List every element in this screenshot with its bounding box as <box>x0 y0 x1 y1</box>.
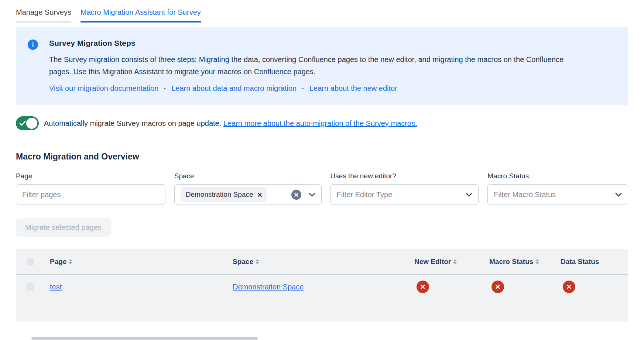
link-separator: · <box>164 84 166 93</box>
filter-editor-label: Uses the new editor? <box>330 172 479 180</box>
column-header-macro-status[interactable]: Macro Status <box>489 258 561 266</box>
tab-manage-surveys[interactable]: Manage Surveys <box>16 8 71 23</box>
survey-migration-info-panel: i Survey Migration Steps The Survey migr… <box>16 27 628 105</box>
column-header-space[interactable]: Space <box>233 258 414 266</box>
info-icon: i <box>28 40 38 50</box>
migrate-selected-pages-button[interactable]: Migrate selected pages <box>16 218 111 237</box>
info-panel-title: Survey Migration Steps <box>49 39 566 48</box>
sort-icon[interactable] <box>256 259 259 264</box>
link-migration-documentation[interactable]: Visit our migration documentation <box>49 84 158 93</box>
column-header-new-editor[interactable]: New Editor <box>414 258 489 266</box>
select-all-checkbox[interactable] <box>27 258 34 265</box>
new-editor-cell <box>414 281 489 293</box>
macro-status-cell <box>489 281 561 293</box>
page-link[interactable]: test <box>50 283 62 291</box>
error-status-icon <box>563 281 575 293</box>
filter-page: Page <box>16 172 165 205</box>
link-new-editor[interactable]: Learn about the new editor <box>309 84 397 93</box>
error-status-icon <box>417 281 429 293</box>
filter-space-label: Space <box>174 172 322 180</box>
chevron-down-icon[interactable] <box>309 193 315 197</box>
info-panel-body: Survey Migration Steps The Survey migrat… <box>49 39 566 93</box>
filter-editor-type: Uses the new editor? Filter Editor Type <box>330 172 479 205</box>
toggle-knob <box>26 118 37 129</box>
data-status-cell <box>561 281 628 293</box>
page-filter-field <box>16 184 165 205</box>
space-link[interactable]: Demonstration Space <box>233 283 304 291</box>
filter-macro-status-label: Macro Status <box>487 172 628 180</box>
filter-macro-status: Macro Status Filter Macro Status <box>487 172 628 205</box>
section-title: Macro Migration and Overview <box>16 152 628 162</box>
link-separator: · <box>302 84 304 93</box>
filter-page-label: Page <box>16 172 165 180</box>
macro-overview-table: Page Space New Editor <box>16 249 628 322</box>
macro-status-placeholder: Filter Macro Status <box>494 190 615 199</box>
link-data-macro-migration[interactable]: Learn about data and macro migration <box>171 84 297 93</box>
auto-migrate-label: Automatically migrate Survey macros on p… <box>44 119 221 127</box>
editor-type-select[interactable]: Filter Editor Type <box>330 184 479 205</box>
tab-bar: Manage Surveys Macro Migration Assistant… <box>16 0 628 23</box>
filter-space: Space Demonstration Space <box>174 172 322 205</box>
selected-space-tag-label: Demonstration Space <box>186 190 253 199</box>
editor-type-placeholder: Filter Editor Type <box>337 190 466 199</box>
column-header-page[interactable]: Page <box>50 258 233 266</box>
chevron-down-icon <box>466 193 472 197</box>
info-panel-links: Visit our migration documentation · Lear… <box>49 84 566 93</box>
table-header-row: Page Space New Editor <box>16 249 628 274</box>
error-status-icon <box>491 281 504 293</box>
auto-migrate-text: Automatically migrate Survey macros on p… <box>44 119 417 128</box>
info-panel-text: The Survey migration consists of three s… <box>49 54 566 78</box>
clear-all-icon[interactable] <box>291 190 301 200</box>
sort-icon[interactable] <box>453 259 457 264</box>
sort-icon[interactable] <box>535 259 539 264</box>
auto-migrate-toggle[interactable] <box>16 116 39 130</box>
space-cell: Demonstration Space <box>233 283 414 291</box>
space-filter-select[interactable]: Demonstration Space <box>174 184 322 205</box>
row-checkbox[interactable] <box>27 283 34 291</box>
selected-space-tag: Demonstration Space <box>181 187 267 202</box>
horizontal-scrollbar[interactable] <box>31 337 258 340</box>
auto-migrate-learn-more-link[interactable]: Learn more about the auto-migration of t… <box>223 119 417 127</box>
column-header-data-status: Data Status <box>561 258 628 266</box>
remove-tag-icon[interactable] <box>257 192 262 197</box>
sort-icon[interactable] <box>69 259 72 264</box>
page-filter-input[interactable] <box>22 190 159 199</box>
filter-bar: Page Space Demonstration Space <box>16 172 628 205</box>
macro-status-select[interactable]: Filter Macro Status <box>487 184 628 205</box>
chevron-down-icon <box>615 193 622 197</box>
table-row: test Demonstration Space <box>16 275 628 299</box>
check-icon <box>19 120 26 126</box>
page-cell: test <box>50 283 233 291</box>
tab-macro-migration-assistant[interactable]: Macro Migration Assistant for Survey <box>80 8 201 23</box>
auto-migrate-row: Automatically migrate Survey macros on p… <box>16 116 628 130</box>
